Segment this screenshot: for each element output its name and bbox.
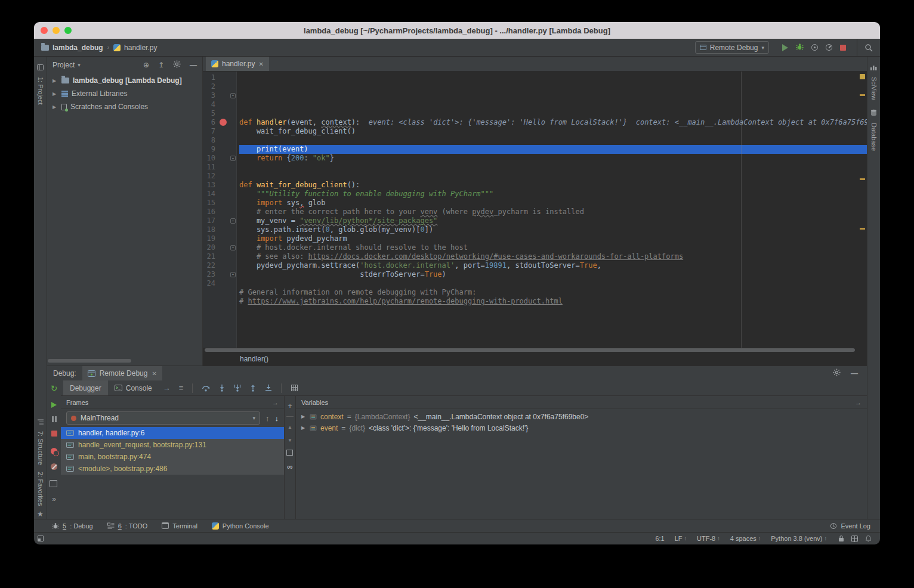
- code-line[interactable]: pydevd_pycharm.settrace('host.docker.int…: [239, 261, 867, 270]
- warning-stripe-mark[interactable]: [860, 94, 865, 96]
- rerun-icon[interactable]: ↻: [51, 385, 58, 392]
- toolwindow-button-python-console[interactable]: Python Console: [212, 522, 269, 530]
- frame-row[interactable]: handle_event_request, bootstrap.py:131: [61, 439, 284, 451]
- run-configuration-select[interactable]: Remote Debug ▾: [695, 41, 769, 54]
- inspections-indicator[interactable]: [860, 74, 865, 79]
- pause-icon[interactable]: [52, 416, 57, 422]
- code-line[interactable]: stderrToServer=True): [239, 270, 867, 279]
- project-panel-title[interactable]: Project: [53, 61, 75, 69]
- frame-row[interactable]: <module>, bootstrap.py:486: [61, 463, 284, 475]
- search-everywhere[interactable]: [857, 39, 880, 56]
- code-line[interactable]: wait_for_debug_client(): [239, 127, 867, 136]
- next-frame-icon[interactable]: ↓: [275, 414, 279, 423]
- code-line[interactable]: # https://www.jetbrains.com/help/pycharm…: [239, 297, 867, 306]
- step-out-icon[interactable]: [249, 384, 257, 392]
- hide-panel-icon[interactable]: →: [272, 399, 279, 406]
- sidebar-item-2-favorites[interactable]: 2: Favorites★: [37, 468, 44, 519]
- code-line[interactable]: [239, 279, 867, 288]
- sidebar-item-7-structure[interactable]: 7: Structure: [37, 411, 44, 468]
- event-log-button[interactable]: Event Log: [841, 522, 870, 530]
- sidebar-item-sciview[interactable]: SciView: [870, 57, 878, 103]
- code-line[interactable]: [239, 172, 867, 181]
- code-line[interactable]: [239, 163, 867, 172]
- evaluate-expression-icon[interactable]: [291, 385, 298, 391]
- sidebar-item-1-project[interactable]: 1: Project: [37, 57, 44, 107]
- frame-row[interactable]: handler, handler.py:6: [61, 427, 284, 439]
- toolwindow-button-terminal[interactable]: Terminal: [162, 522, 197, 530]
- fold-marker-icon[interactable]: -: [230, 272, 236, 277]
- status-widget-icon[interactable]: [851, 536, 858, 542]
- breadcrumb-file[interactable]: handler.py: [124, 44, 157, 52]
- profiler-button[interactable]: [826, 44, 832, 51]
- code-line[interactable]: print(event): [239, 145, 867, 154]
- code-line[interactable]: sys.path.insert(0, glob.glob(my_venv)[0]…: [239, 225, 867, 234]
- editor-gutter[interactable]: 123456789101112131415161718192021222324-…: [203, 72, 237, 348]
- code-line[interactable]: def wait_for_debug_client():: [239, 181, 867, 190]
- minimize-window-button[interactable]: [53, 27, 60, 34]
- warning-stripe-mark[interactable]: [860, 228, 865, 230]
- expand-arrow-icon[interactable]: ▶: [53, 91, 58, 97]
- run-button[interactable]: [782, 44, 788, 51]
- lock-icon[interactable]: [838, 535, 844, 542]
- code-line[interactable]: """Utility function to enable debugging …: [239, 190, 867, 199]
- add-watch-icon[interactable]: +: [288, 401, 292, 410]
- restore-layout-icon[interactable]: [51, 481, 57, 487]
- tab-debugger[interactable]: Debugger: [63, 380, 108, 395]
- expand-arrow-icon[interactable]: ▶: [301, 414, 306, 419]
- code-line[interactable]: def handler(event, context): event: <cla…: [239, 118, 867, 127]
- expand-arrow-icon[interactable]: ▶: [301, 425, 306, 431]
- move-down-icon[interactable]: ▼: [288, 438, 292, 443]
- breakpoint-icon[interactable]: [220, 119, 227, 126]
- view-breakpoints-icon[interactable]: [51, 448, 57, 454]
- editor-tab[interactable]: handler.py ✕: [206, 57, 269, 71]
- chevron-down-icon[interactable]: ▾: [78, 62, 81, 68]
- gear-icon[interactable]: [173, 60, 181, 70]
- show-execution-point-icon[interactable]: →: [163, 383, 171, 392]
- more-icon[interactable]: »: [52, 495, 56, 503]
- debug-button[interactable]: [796, 43, 804, 52]
- run-to-cursor-icon[interactable]: [265, 384, 272, 392]
- code-line[interactable]: [239, 306, 867, 315]
- variable-row[interactable]: ▶event = {dict} <class 'dict'>: {'messag…: [296, 422, 867, 434]
- fold-marker-icon[interactable]: -: [230, 245, 236, 250]
- zoom-window-button[interactable]: [64, 27, 72, 34]
- coverage-button[interactable]: [811, 44, 818, 51]
- code-line[interactable]: [239, 109, 867, 118]
- expand-arrow-icon[interactable]: ▶: [53, 104, 58, 110]
- code-line[interactable]: [239, 100, 867, 109]
- project-tree-item[interactable]: ▶External Libraries: [47, 87, 202, 100]
- code-line[interactable]: # see also: https://docs.docker.com/desk…: [239, 252, 867, 261]
- notifications-icon[interactable]: [865, 535, 872, 542]
- toolwindow-toggle-icon[interactable]: [38, 536, 44, 541]
- status-item[interactable]: 6:1: [655, 535, 664, 542]
- horizontal-scrollbar[interactable]: [48, 359, 131, 363]
- close-icon[interactable]: ✕: [258, 61, 263, 67]
- hide-panel-icon[interactable]: —: [190, 61, 197, 69]
- collapse-all-icon[interactable]: ↥: [158, 61, 164, 69]
- editor-horizontal-scrollbar[interactable]: [203, 348, 867, 352]
- code-line[interactable]: [239, 136, 867, 145]
- warning-stripe-mark[interactable]: [860, 178, 865, 180]
- sidebar-item-database[interactable]: Database: [870, 103, 878, 153]
- locate-file-icon[interactable]: ⊕: [143, 61, 149, 69]
- close-icon[interactable]: ✕: [152, 370, 156, 377]
- code-line[interactable]: import sys, glob: [239, 199, 867, 208]
- code-line[interactable]: # host.docker.internal should resolve to…: [239, 243, 867, 252]
- stop-icon[interactable]: [51, 431, 57, 437]
- status-item[interactable]: 4 spaces↕: [730, 535, 761, 542]
- step-into-icon[interactable]: [218, 384, 226, 392]
- status-item[interactable]: UTF-8↕: [697, 535, 720, 542]
- code-area[interactable]: def handler(event, context): event: <cla…: [237, 72, 867, 348]
- code-line[interactable]: import pydevd_pycharm: [239, 234, 867, 243]
- force-step-into-icon[interactable]: [234, 384, 241, 392]
- code-line[interactable]: return {200: "ok"}: [239, 154, 867, 163]
- fold-marker-icon[interactable]: -: [230, 93, 236, 98]
- project-tree-item[interactable]: ▶Scratches and Consoles: [47, 100, 202, 113]
- code-line[interactable]: # enter the correct path here to your ve…: [239, 208, 867, 216]
- frame-row[interactable]: main, bootstrap.py:474: [61, 451, 284, 463]
- debug-session-tab[interactable]: Remote Debug ✕: [82, 366, 162, 380]
- move-up-icon[interactable]: ▲: [288, 425, 292, 430]
- duplicate-icon[interactable]: [288, 451, 293, 456]
- editor-breadcrumb[interactable]: handler(): [203, 352, 867, 366]
- breadcrumb-project[interactable]: lambda_debug: [53, 44, 103, 52]
